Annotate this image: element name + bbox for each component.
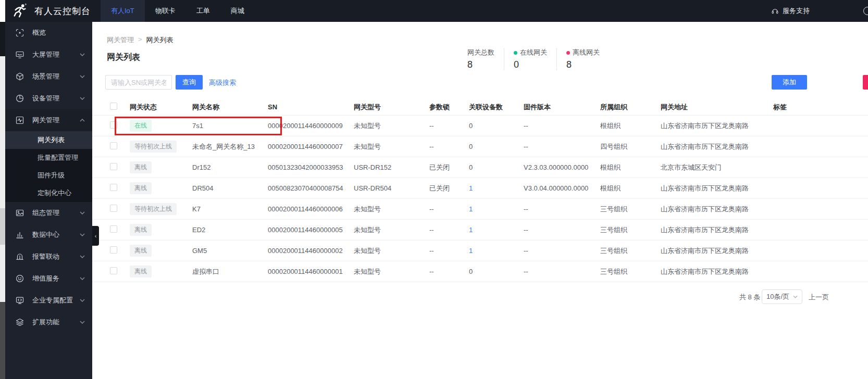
- app-logo[interactable]: 有人云控制台: [5, 3, 96, 19]
- gateway-address: 山东省济南市历下区龙奥南路: [661, 267, 773, 276]
- row-checkbox[interactable]: [110, 225, 117, 233]
- clipped-edge-icon[interactable]: [863, 7, 868, 15]
- gateway-model: 未知型号: [354, 246, 429, 256]
- firmware-version: --: [524, 205, 600, 213]
- linked-devices-count[interactable]: 1: [469, 184, 473, 192]
- gateway-name[interactable]: Dr152: [192, 163, 268, 171]
- sidebar-item-row[interactable]: 扩展功能: [5, 311, 92, 333]
- search-input[interactable]: [105, 75, 172, 90]
- top-tab-iot[interactable]: 有人IoT: [101, 0, 145, 22]
- row-checkbox[interactable]: [110, 163, 117, 170]
- sidebar-item-row[interactable]: 场景管理: [5, 66, 92, 87]
- row-checkbox[interactable]: [110, 205, 117, 212]
- collapse-chevron-icon: ‹: [95, 233, 97, 239]
- status-badge: 离线: [130, 266, 152, 277]
- gateway-sn: 00002000114460000006: [268, 205, 354, 213]
- gateway-address: 山东省济南市历下区龙奥南路: [661, 142, 773, 151]
- sidebar-item-row[interactable]: 网关管理: [5, 109, 92, 131]
- sidebar-item-row[interactable]: 报警联动: [5, 246, 92, 268]
- gateway-name[interactable]: 虚拟串口: [192, 267, 268, 276]
- gateway-model: 未知型号: [354, 121, 429, 131]
- sidebar-item-label: 网关管理: [32, 116, 59, 125]
- status-badge: 离线: [130, 245, 152, 257]
- gateway-name[interactable]: GM5: [192, 247, 268, 255]
- status-badge: 等待初次上线: [130, 203, 177, 215]
- header-param-lock: 参数锁: [429, 103, 469, 112]
- sidebar-subitem[interactable]: 定制化中心: [5, 184, 92, 202]
- header-sn: SN: [268, 103, 354, 111]
- support-menu[interactable]: 服务支持: [771, 6, 868, 16]
- sidebar-subitem[interactable]: 网关列表: [5, 131, 92, 149]
- sidebar-item-row[interactable]: 设备管理: [5, 87, 92, 109]
- row-checkbox[interactable]: [110, 142, 117, 149]
- sidebar-item-icon: [16, 72, 24, 81]
- clipped-pink-button[interactable]: [863, 75, 868, 90]
- table-row[interactable]: 离线 DR504 00500823070400008754 USR-DR504 …: [92, 178, 868, 199]
- gateway-model: 未知型号: [354, 205, 429, 214]
- top-tab-sim[interactable]: 物联卡: [145, 0, 186, 22]
- table-row[interactable]: 在线 7s1 00002000114460000009 未知型号 -- 0 --…: [92, 116, 868, 136]
- chevron-down-icon: [80, 211, 85, 214]
- table-row[interactable]: 离线 Dr152 00501323042000033953 USR-DR152 …: [92, 157, 868, 178]
- gateway-sn: 00002000114460000009: [268, 122, 354, 130]
- sidebar-item: 组态管理: [5, 202, 92, 224]
- table-header-row: 网关状态 网关名称 SN 网关型号 参数锁 关联设备数 固件版本 所属组织 网关…: [92, 99, 868, 116]
- sidebar-item-row[interactable]: 增值服务: [5, 268, 92, 289]
- sidebar-item: 场景管理: [5, 66, 92, 87]
- gateway-address: 山东省济南市历下区龙奥南路: [661, 121, 773, 131]
- row-checkbox[interactable]: [110, 184, 117, 191]
- gateway-name[interactable]: DR504: [192, 184, 268, 192]
- linked-devices-count[interactable]: 1: [469, 226, 473, 234]
- sidebar-item-row[interactable]: 概览: [5, 22, 92, 44]
- row-checkbox[interactable]: [110, 246, 117, 254]
- top-tab-mall[interactable]: 商城: [220, 0, 255, 22]
- firmware-version: V2.3.03.000000.0000: [524, 163, 600, 171]
- gateway-name[interactable]: ED2: [192, 226, 268, 234]
- sidebar: 概览 大屏管理 场景管理 设备管理 网关管理: [5, 22, 92, 379]
- add-button[interactable]: 添加: [772, 75, 807, 90]
- param-lock-status: 已关闭: [429, 184, 469, 193]
- status-badge: 等待初次上线: [130, 141, 177, 153]
- table-row[interactable]: 离线 虚拟串口 00002000114460000001 未知型号 -- 0 -…: [92, 261, 868, 282]
- firmware-version: --: [524, 268, 600, 275]
- sidebar-item-row[interactable]: 组态管理: [5, 202, 92, 224]
- sidebar-collapse-handle[interactable]: ‹: [92, 226, 99, 246]
- table-row[interactable]: 离线 ED2 00002000114460000005 未知型号 -- 1 --…: [92, 220, 868, 241]
- row-checkbox[interactable]: [110, 267, 117, 274]
- sidebar-item-row[interactable]: 企业专属配置: [5, 289, 92, 311]
- sidebar-subitem[interactable]: 固件升级: [5, 167, 92, 184]
- chevron-down-icon: [80, 97, 85, 100]
- table-body: 在线 7s1 00002000114460000009 未知型号 -- 0 --…: [92, 116, 868, 282]
- gateway-name[interactable]: 未命名_网关名称_13: [192, 142, 268, 151]
- gateway-name[interactable]: K7: [192, 205, 268, 213]
- top-tab-ticket[interactable]: 工单: [186, 0, 220, 22]
- query-button[interactable]: 查询: [176, 75, 203, 90]
- main-content: 网关管理 > 网关列表 网关列表 网关总数 8 在线网关 0 离线网关 8 查询…: [92, 22, 868, 379]
- gateway-model: 未知型号: [354, 142, 429, 151]
- sidebar-item-row[interactable]: 大屏管理: [5, 44, 92, 66]
- sidebar-item-label: 概览: [32, 28, 46, 37]
- sidebar-subitem[interactable]: 批量配置管理: [5, 149, 92, 167]
- gateway-stats: 网关总数 8 在线网关 0 离线网关 8: [467, 48, 609, 70]
- table-row[interactable]: 等待初次上线 未命名_网关名称_13 00002000114460000007 …: [92, 136, 868, 157]
- linked-devices-count[interactable]: 1: [469, 247, 473, 255]
- sidebar-item-icon: [16, 296, 24, 305]
- linked-devices-count[interactable]: 1: [469, 205, 473, 213]
- page-size-select[interactable]: 10条/页: [762, 289, 802, 304]
- advanced-search-link[interactable]: 高级搜索: [209, 78, 236, 87]
- topbar: 有人云控制台 有人IoT 物联卡 工单 商城 服务支持: [5, 0, 868, 22]
- gateway-model: USR-DR152: [354, 163, 429, 171]
- chevron-down-icon: [80, 233, 85, 236]
- window-edge-sliver: [0, 0, 5, 379]
- gateway-address: 北京市东城区天安门: [661, 163, 773, 172]
- select-all-checkbox[interactable]: [110, 103, 117, 110]
- row-checkbox[interactable]: [110, 121, 117, 129]
- header-organization: 所属组织: [600, 103, 661, 112]
- prev-page-button[interactable]: 上一页: [809, 293, 829, 302]
- table-row[interactable]: 等待初次上线 K7 00002000114460000006 未知型号 -- 1…: [92, 199, 868, 220]
- sidebar-item: 企业专属配置: [5, 289, 92, 311]
- gateway-name[interactable]: 7s1: [192, 122, 268, 130]
- sidebar-item-row[interactable]: 数据中心: [5, 224, 92, 246]
- table-row[interactable]: 离线 GM5 00002000114460000002 未知型号 -- 1 --…: [92, 241, 868, 261]
- breadcrumb-parent[interactable]: 网关管理: [107, 35, 134, 45]
